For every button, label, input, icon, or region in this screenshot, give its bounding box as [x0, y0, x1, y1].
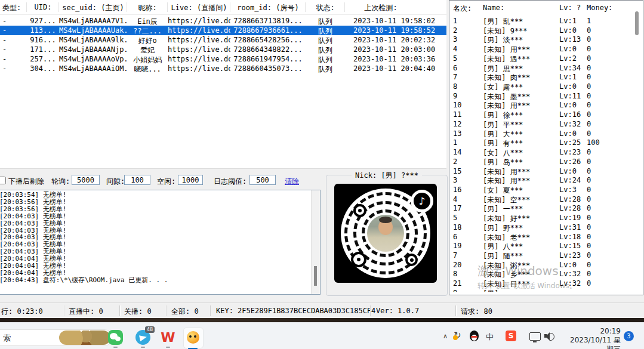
rank-row[interactable]: 21 [未知] 目*** Lv:32 0	[449, 279, 640, 288]
cell-lv: Lv:0	[559, 45, 577, 53]
cell-rank: 9	[453, 289, 457, 292]
rank-row[interactable]: 11 [男] 徐*** Lv:16 0	[449, 110, 640, 119]
sync-tray-icon[interactable]: ↻	[454, 330, 461, 341]
cell-rank: 13	[453, 129, 461, 138]
qr-position-marker	[351, 252, 366, 267]
notification-count-badge[interactable]: 3	[624, 331, 634, 341]
poll-label: 轮询:	[51, 177, 70, 187]
cell-live-url: https://live.do...	[168, 26, 230, 35]
table-row[interactable]: - 304... MS4wLjABAAAAiOM... 晓晓... https:…	[0, 64, 446, 73]
idle-input[interactable]	[178, 175, 203, 185]
wps-office-icon[interactable]: W	[161, 330, 175, 345]
rank-row[interactable]: 6 [男] 思*** Lv:34 0	[449, 63, 640, 73]
cell-type: -	[2, 17, 26, 25]
cell-rank: 3	[453, 35, 457, 44]
rank-row[interactable]: 17 [男] 一*** Lv:28 0	[449, 203, 640, 213]
cell-money: 0	[587, 148, 591, 156]
cell-sec-uid: MS4wLjABAAAAiOM...	[59, 64, 127, 73]
cell-rank: 8	[453, 270, 457, 278]
rank-row[interactable]: 7 [男] 随*** Lv:23 0	[449, 251, 640, 260]
cell-type: -	[2, 55, 26, 63]
cell-sec-uid: MS4wLjABAAAA7V1...	[59, 17, 127, 25]
runtime-status: 行: 0:23:0	[1, 307, 43, 317]
rank-scrollbar-thumb[interactable]	[635, 11, 639, 35]
rank-row[interactable]: 20 [未知] 粥*** Lv:0 0	[449, 260, 640, 270]
cell-money: 0	[587, 82, 591, 91]
cell-money: 0	[587, 157, 591, 166]
table-row[interactable]: - 916... MS4wLjABAAAA9lk... 好好o https://…	[0, 35, 446, 45]
col-header-nick: 昵称:	[127, 3, 168, 13]
cell-rank: 5	[453, 214, 457, 222]
rank-row[interactable]: 16 [女] 夏*** Lv:3 0	[449, 185, 640, 194]
rank-row[interactable]: 8 [女] 露*** Lv:0 0	[449, 82, 640, 91]
rank-row[interactable]: 3 [男] 淡*** Lv:13 0	[449, 35, 640, 44]
cell-rank: 17	[453, 204, 461, 212]
remove-after-offline-checkbox[interactable]	[0, 177, 6, 184]
rank-row[interactable]: 10 [未知] 用*** Lv:0 0	[449, 100, 640, 110]
paper-plane-icon	[139, 334, 147, 341]
rank-row[interactable]: 13 [男] 大*** Lv:0 0	[449, 129, 640, 138]
offline-count: 关播: 0	[124, 307, 152, 317]
cell-room-id: 7288660435073...	[230, 64, 306, 73]
table-row[interactable]: - 171... MS4wLjABAAAANjp... 爱妃 https://l…	[0, 45, 446, 54]
rank-row[interactable]: 18 [男] 野*** Lv:31 0	[449, 223, 640, 232]
cell-lv: Lv:32	[559, 279, 581, 288]
rank-row[interactable]: 9 [未知] 墨*** Lv:11 0	[449, 91, 640, 101]
log-scrollbar-thumb[interactable]	[314, 266, 317, 286]
col-header-type: 类型:	[2, 3, 26, 13]
cell-money: 0	[587, 204, 591, 212]
log-threshold-input[interactable]	[249, 175, 276, 185]
clear-log-link[interactable]: 清除	[285, 177, 299, 187]
rank-row[interactable]: 5 [未知] 好*** Lv:19 0	[449, 213, 640, 223]
rank-row[interactable]: 12 [男] 平*** Lv:32 0	[449, 119, 640, 129]
cell-lv: Lv:1	[559, 17, 577, 25]
rank-row[interactable]: 15 [未知] 用*** Lv:0 0	[449, 166, 640, 176]
rank-row[interactable]: 7 [未知] 肉*** Lv:1 0	[449, 72, 640, 82]
rank-row[interactable]: 3 [未知] 用*** Lv:24 0	[449, 175, 640, 185]
rank-row[interactable]: 1 [男] 有*** Lv:25 100	[449, 138, 640, 147]
tray-chevron-up-icon[interactable]: ∧	[443, 332, 448, 340]
rank-row[interactable]: 4 [未知] 用*** Lv:0 0	[449, 44, 640, 54]
cell-room-id: 7288664348822...	[230, 45, 306, 54]
table-row[interactable]: - 927... MS4wLjABAAAA7V1... Ein辰 https:/…	[0, 16, 446, 26]
rank-row[interactable]: 5 [未知] 遇*** Lv:2 0	[449, 54, 640, 63]
cell-uid: 927...	[27, 17, 59, 25]
taskbar-search-input[interactable]: 索	[0, 329, 112, 346]
rank-row[interactable]: 2 [男] 岛*** Lv:26 0	[449, 157, 640, 166]
cell-lv: Lv:0	[559, 82, 577, 91]
table-row[interactable]: - 113... MS4wLjABAAAAUak... ??二... https…	[0, 26, 446, 35]
gap-label: 间隙:	[106, 177, 125, 187]
qr-position-marker	[405, 254, 418, 266]
network-display-icon[interactable]	[529, 332, 541, 341]
rank-row[interactable]: 14 [女] 八*** Lv:23 0	[449, 147, 640, 157]
rank-row[interactable]: 8 [未知] 乡*** Lv:32 0	[449, 269, 640, 279]
cell-live-url: https://live.do...	[168, 36, 230, 44]
name-col-header: Name:	[483, 4, 504, 12]
cell-rank: 19	[453, 242, 461, 250]
log-output-box[interactable]: [20:03:54] 无榜单![20:03:56] 无榜单![20:03:56]…	[0, 190, 321, 295]
rank-row[interactable]: 1 [男] 乱*** Lv:1 1	[449, 16, 640, 26]
sogou-input-icon[interactable]: S	[506, 331, 516, 341]
cell-money: 0	[587, 223, 591, 231]
rank-row[interactable]: 9 [男]	[449, 288, 640, 292]
ime-indicator[interactable]: 中	[486, 332, 494, 342]
table-header-row: 类型: UID: sec_uid: (主页) 昵称: Live: (直播间) r…	[0, 0, 446, 15]
gap-input[interactable]	[124, 175, 150, 185]
log-scrollbar[interactable]	[311, 190, 320, 294]
table-row[interactable]: - 257... MS4wLjABAAAAoVp... 小娟妈妈 https:/…	[0, 54, 446, 64]
rank-row[interactable]: 4 [未知] 空*** Lv:28 0	[449, 194, 640, 204]
rank-row[interactable]: 2 [未知] 9*** Lv:0 0	[449, 26, 640, 35]
qq-tray-icon[interactable]	[470, 331, 479, 341]
cell-rank: 6	[453, 64, 457, 72]
active-app-icon[interactable]	[183, 328, 204, 348]
cell-live-url: https://live.do...	[168, 64, 230, 73]
wechat-icon[interactable]	[108, 330, 123, 345]
taskbar-clock[interactable]: 20:19 2023/10/11 星期三	[564, 327, 621, 349]
rank-row[interactable]: 6 [未知] 老*** Lv:18 0	[449, 232, 640, 242]
version-label: Ver: 1.0.7	[376, 307, 419, 315]
rank-row[interactable]: 19 [男] 八*** Lv:15 0	[449, 241, 640, 251]
running-indicator	[113, 347, 118, 348]
cell-last-check: 2023-10-11 20:03:36	[345, 55, 449, 63]
poll-input[interactable]	[72, 175, 100, 185]
volume-icon[interactable]	[544, 332, 555, 340]
